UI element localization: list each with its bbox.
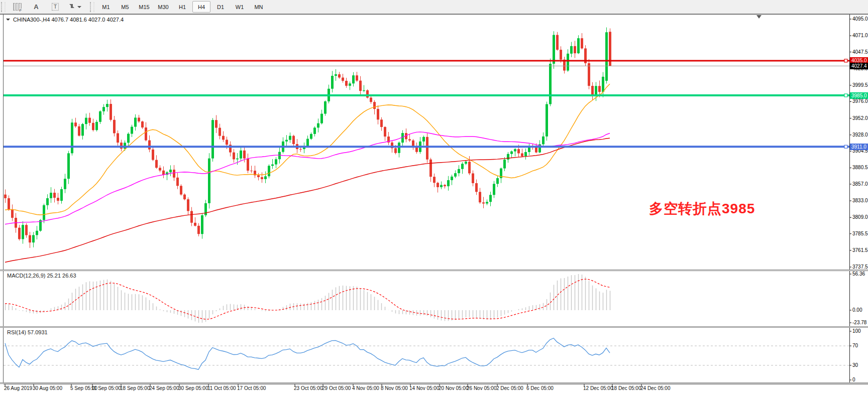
macd-label: MACD(12,26,9) 25.21 26.63 [7, 273, 76, 279]
toolbar: F A T M1M5M15M30H1H4D1W1MN [0, 0, 868, 14]
timeframe-button-m30[interactable]: M30 [154, 1, 172, 13]
toolbar-grip[interactable] [1, 2, 6, 12]
price-tick-3999.5: 3999.5 [852, 82, 868, 88]
cursor-arrows-button[interactable] [65, 1, 85, 13]
timeframe-button-mn[interactable]: MN [250, 1, 268, 13]
price-tick-3976: 3976.0 [852, 98, 868, 104]
rsi-line [5, 338, 610, 370]
date-tick: 12 Dec 05:00 [583, 385, 613, 391]
date-tick: 30 Sep 05:00 [178, 385, 208, 391]
indicator-grid-f-icon: F [13, 3, 22, 11]
timeframe-button-h1[interactable]: H1 [173, 1, 191, 13]
date-tick: 2 Dec 05:00 [496, 385, 523, 391]
rsi-tick-0: 0 [852, 377, 855, 382]
symbol-dropdown-icon[interactable] [6, 19, 10, 23]
chart-canvas[interactable] [0, 0, 868, 394]
price-tick-3809: 3809.0 [852, 214, 868, 220]
chart-shift-marker-icon[interactable] [756, 15, 762, 21]
date-tick: 18 Dec 05:00 [611, 385, 641, 391]
timeframe-button-m15[interactable]: M15 [135, 1, 153, 13]
macd-tick--23.78: -23.78 [852, 320, 866, 325]
panel-separator-main-macd[interactable] [0, 270, 868, 271]
date-tick: 24 Sep 05:00 [149, 385, 179, 391]
price-axis-border [849, 15, 850, 384]
symbol-ohlc-text: CHINA300-,H4 4076.7 4081.6 4027.0 4027.4 [13, 17, 124, 23]
rsi-tick-30: 30 [852, 362, 858, 368]
price-tick-3761.5: 3761.5 [852, 247, 868, 253]
price-box-3985.0: 3985.0 [850, 92, 868, 99]
cursor-arrows-icon [68, 4, 75, 11]
symbol-title[interactable]: CHINA300-,H4 4076.7 4081.6 4027.0 4027.4 [6, 17, 124, 23]
dropdown-caret-icon [77, 6, 81, 10]
price-tick-3833: 3833.0 [852, 198, 868, 203]
macd-tick-0.00: 0.00 [852, 307, 862, 313]
price-tick-4071: 4071.0 [852, 33, 868, 38]
annotation-text[interactable]: 多空转折点3985 [649, 199, 755, 218]
rsi-tick-100: 100 [852, 328, 861, 334]
timeframe-toolbar-grip[interactable] [90, 2, 94, 12]
date-tick: 24 Dec 05:00 [640, 385, 671, 391]
rsi-tick-70: 70 [852, 343, 858, 348]
date-tick: 26 Aug 2019 [4, 385, 32, 391]
rsi-label: RSI(14) 57.0931 [7, 329, 48, 335]
panel-separator-macd-rsi[interactable] [0, 326, 868, 328]
timeframe-button-d1[interactable]: D1 [211, 1, 230, 13]
date-tick: 6 Dec 05:00 [526, 385, 554, 391]
price-tick-3952: 3952.0 [852, 115, 868, 121]
price-tick-3880.5: 3880.5 [852, 165, 868, 170]
price-box-4027.4: 4027.4 [850, 63, 868, 69]
text-t-icon: T [52, 3, 59, 11]
label-a-icon: A [34, 3, 38, 11]
macd-tick-56.36: 56.36 [852, 271, 865, 277]
date-tick: 29 Oct 05:00 [322, 385, 351, 391]
date-tick: 18 Sep 05:00 [120, 385, 150, 391]
date-tick: 4 Nov 05:00 [352, 385, 379, 391]
timeframe-button-m5[interactable]: M5 [116, 1, 134, 13]
price-tick-4095: 4095.0 [852, 16, 868, 22]
price-tick-4047.5: 4047.5 [852, 49, 868, 55]
price-tick-3857: 3857.0 [852, 181, 868, 187]
timeframe-button-h4[interactable]: H4 [192, 1, 210, 13]
mt4-window: { "toolbar": { "icons": [ {"name": "indi… [0, 0, 868, 394]
date-tick: 17 Oct 05:00 [237, 385, 266, 391]
date-tick: 20 Nov 05:00 [439, 385, 469, 391]
ma-slow-line[interactable] [5, 138, 610, 262]
label-a-button[interactable]: A [27, 1, 45, 13]
date-tick: 11 Oct 05:00 [207, 385, 236, 391]
price-box-3911.0: 3911.0 [850, 144, 868, 150]
macd-signal-line [5, 279, 610, 319]
timeframe-button-w1[interactable]: W1 [231, 1, 249, 13]
date-tick: 26 Nov 05:00 [467, 385, 497, 391]
price-tick-3785.5: 3785.5 [852, 231, 868, 236]
date-tick: 14 Nov 05:00 [409, 385, 440, 391]
indicator-grid-f-button[interactable]: F [8, 1, 26, 13]
date-tick: 11 Sep 05:00 [91, 385, 121, 391]
price-tick-3737.5: 3737.5 [852, 264, 868, 270]
timeframe-button-m1[interactable]: M1 [97, 1, 115, 13]
date-tick: 8 Nov 05:00 [381, 385, 408, 391]
price-tick-3928: 3928.0 [852, 132, 868, 138]
date-tick: 23 Oct 05:00 [294, 385, 322, 391]
macd-histogram [6, 274, 610, 323]
date-tick: 30 Aug 05:00 [33, 385, 62, 391]
text-t-button[interactable]: T [46, 1, 64, 13]
panel-separator-rsi-dates[interactable] [0, 382, 868, 384]
